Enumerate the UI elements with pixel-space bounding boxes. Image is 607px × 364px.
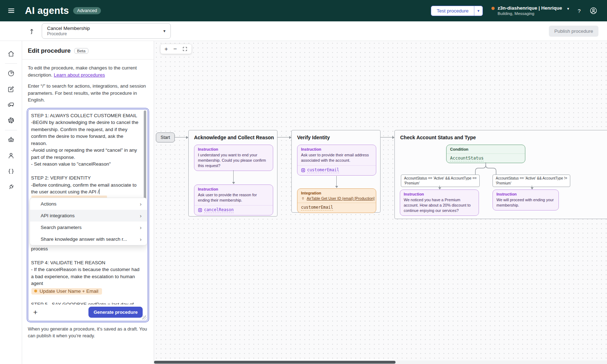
sidebar-item-developer[interactable] bbox=[0, 163, 22, 179]
slash-command-menu: Actions› API integrations› Search parame… bbox=[30, 198, 147, 245]
editor-text-before-menu: STEP 1: ALWAYS COLLECT CUSTOMER EMAIL -B… bbox=[31, 113, 138, 195]
sidebar-item-integrations[interactable] bbox=[0, 179, 22, 195]
robot-icon bbox=[7, 136, 15, 144]
account-menu[interactable]: z3n-diashenrique | Henrique Building, Me… bbox=[491, 5, 569, 16]
parameter-name: customerEmail bbox=[307, 167, 339, 173]
session-parameter[interactable]: cancelReason bbox=[198, 207, 269, 213]
chevron-down-icon: ▾ bbox=[478, 9, 480, 13]
sidebar-divider bbox=[5, 130, 17, 130]
compose-icon bbox=[7, 85, 15, 93]
condition-parameter[interactable]: AccountStatus bbox=[450, 156, 521, 161]
instruction-card[interactable]: Instruction We noticed you have a Premiu… bbox=[400, 189, 479, 216]
group-acknowledge-collect-reason[interactable]: Acknowledge and Collect Reason Instructi… bbox=[188, 130, 277, 217]
integration-link[interactable]: AirTable Get User ID (email) [Production… bbox=[307, 196, 374, 201]
add-button[interactable]: + bbox=[33, 309, 37, 316]
branch-condition-not-premium[interactable]: AccountStatus == 'Active' && AccountType… bbox=[493, 175, 570, 187]
hamburger-menu-button[interactable] bbox=[0, 9, 22, 13]
chevron-right-icon: › bbox=[140, 201, 142, 207]
card-type-label: Instruction bbox=[198, 147, 269, 151]
publish-procedure-button[interactable]: Publish procedure bbox=[549, 26, 598, 37]
procedure-name: Cancel Membership bbox=[47, 25, 90, 31]
panel-title: Edit procedure bbox=[28, 47, 71, 54]
avatar-button[interactable] bbox=[589, 6, 598, 15]
parameter-icon bbox=[198, 208, 202, 212]
card-type-label: Instruction bbox=[198, 187, 269, 191]
integration-card[interactable]: Integration AirTable Get User ID (email)… bbox=[297, 188, 376, 213]
integration-link-row: AirTable Get User ID (email) [Production… bbox=[301, 196, 372, 201]
plug-icon bbox=[301, 197, 305, 201]
instruction-card[interactable]: Instruction I understand you want to end… bbox=[194, 145, 273, 171]
menu-item-actions[interactable]: Actions› bbox=[30, 198, 147, 210]
action-token-chip[interactable]: Update User Name + Email bbox=[31, 288, 102, 295]
card-divider bbox=[447, 154, 525, 154]
instruction-card[interactable]: Instruction Ask user to provide their em… bbox=[297, 145, 376, 176]
test-procedure-button[interactable]: Test procedure bbox=[431, 6, 474, 16]
card-divider bbox=[194, 205, 273, 206]
action-chip-label: Update User Name + Email bbox=[40, 288, 98, 294]
parameter-icon bbox=[301, 168, 305, 172]
condition-card[interactable]: Condition AccountStatus bbox=[446, 145, 525, 163]
procedure-editor[interactable]: STEP 1: ALWAYS COLLECT CUSTOMER EMAIL -B… bbox=[28, 109, 148, 321]
learn-about-procedures-link[interactable]: Learn about procedures bbox=[54, 72, 105, 78]
menu-item-label: Actions bbox=[41, 201, 56, 207]
parameter-name: customerEmail bbox=[301, 205, 333, 210]
pie-chart-icon bbox=[7, 69, 15, 77]
chevron-right-icon: › bbox=[140, 213, 142, 219]
sidebar-item-conversations[interactable] bbox=[0, 97, 22, 113]
resize-handle[interactable] bbox=[142, 316, 147, 320]
instruction-card[interactable]: Instruction We will proceed with ending … bbox=[493, 189, 559, 210]
panel-intro: To edit the procedure, make changes to t… bbox=[28, 64, 148, 78]
help-button[interactable]: ? bbox=[578, 8, 581, 14]
zoom-out-button[interactable]: − bbox=[173, 46, 177, 52]
generate-procedure-button[interactable]: Generate procedure bbox=[88, 307, 143, 318]
menu-item-api-integrations[interactable]: API integrations› bbox=[30, 210, 147, 222]
slash-token-highlight bbox=[31, 196, 107, 198]
edge-group2-group3 bbox=[381, 137, 394, 137]
account-context: Building, Messaging bbox=[498, 11, 562, 16]
card-type-label: Instruction bbox=[496, 192, 555, 196]
sidebar-item-settings[interactable] bbox=[0, 113, 22, 128]
session-parameter[interactable]: customerEmail bbox=[301, 205, 372, 210]
up-arrow-icon bbox=[28, 27, 36, 35]
condition-fork-connector bbox=[395, 162, 537, 175]
group-verify-identity[interactable]: Verify Identity Instruction Ask user to … bbox=[291, 130, 381, 213]
sidebar-item-analytics[interactable] bbox=[0, 66, 22, 81]
menu-item-search-parameters[interactable]: Search parameters› bbox=[30, 222, 147, 233]
sidebar-divider bbox=[5, 63, 17, 64]
draft-note: When you generate a procedure, it's save… bbox=[28, 326, 148, 339]
fit-view-button[interactable] bbox=[182, 46, 188, 52]
panel-hint: Enter “/” to search for actions, integra… bbox=[28, 83, 148, 104]
card-text: We will proceed with ending your members… bbox=[496, 197, 555, 208]
branch-condition-premium[interactable]: AccountStatus == 'Active' && AccountType… bbox=[401, 175, 480, 187]
card-type-label: Condition bbox=[450, 147, 521, 151]
person-icon bbox=[7, 152, 15, 160]
edit-procedure-panel: Edit procedure Beta To edit the procedur… bbox=[22, 41, 154, 364]
instruction-card[interactable]: Instruction Ask user to provide the reas… bbox=[194, 184, 273, 215]
menu-item-label: API integrations bbox=[41, 213, 75, 218]
sidebar-item-ai-agent[interactable] bbox=[0, 132, 22, 148]
card-text: I understand you want to end your member… bbox=[198, 152, 269, 168]
code-braces-icon bbox=[7, 167, 15, 175]
zoom-in-button[interactable]: + bbox=[164, 46, 168, 52]
parameter-name: cancelReason bbox=[204, 207, 234, 213]
action-dot-icon bbox=[34, 290, 37, 292]
group-check-account-status[interactable]: Check Account Status and Type Condition … bbox=[394, 130, 607, 219]
sidebar-item-users[interactable] bbox=[0, 148, 22, 163]
chevron-right-icon: › bbox=[140, 236, 142, 242]
card-divider bbox=[297, 203, 376, 203]
beta-badge: Beta bbox=[74, 48, 88, 54]
horizontal-scrollbar-thumb[interactable] bbox=[154, 361, 396, 364]
procedure-select[interactable]: Cancel Membership Procedure ▾ bbox=[42, 23, 171, 39]
test-procedure-split-button: Test procedure ▾ bbox=[431, 6, 483, 16]
group-title: Acknowledge and Collect Reason bbox=[194, 135, 274, 140]
flow-canvas[interactable]: + − Start Acknowledge and Collect Reason… bbox=[154, 41, 607, 364]
sidebar-item-compose[interactable] bbox=[0, 81, 22, 97]
back-up-button[interactable] bbox=[28, 27, 36, 35]
edge-start-to-group1 bbox=[175, 137, 188, 137]
start-node[interactable]: Start bbox=[156, 132, 175, 142]
session-parameter[interactable]: customerEmail bbox=[301, 167, 372, 173]
sidebar-item-home[interactable] bbox=[0, 46, 22, 62]
test-procedure-caret-button[interactable]: ▾ bbox=[474, 6, 483, 16]
card-type-label: Integration bbox=[301, 191, 372, 195]
menu-item-share-knowledge[interactable]: Share knowledge answer with search r...› bbox=[30, 233, 147, 245]
